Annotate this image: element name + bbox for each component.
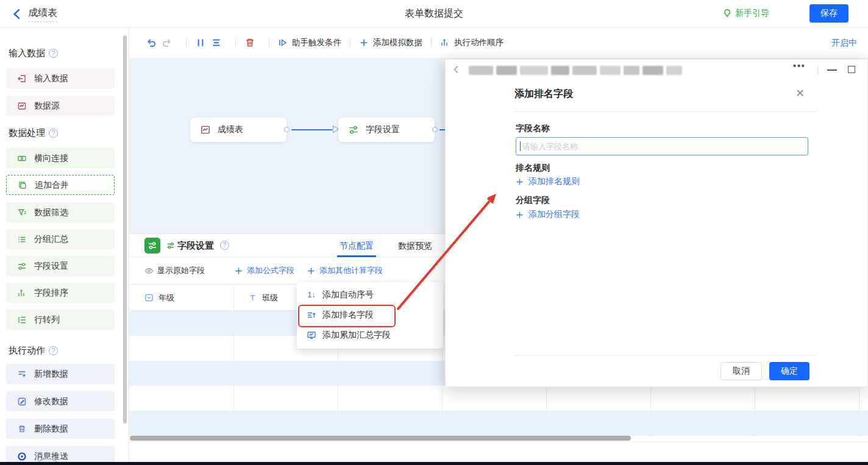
rank-field-icon: [307, 310, 316, 320]
assistant-trigger-button[interactable]: 助手触发条件: [278, 37, 341, 48]
sliders-icon: [348, 124, 359, 135]
node-field-settings[interactable]: 字段设置: [338, 118, 435, 142]
scroll-track-line: [130, 441, 868, 442]
menu-item-cumulative-sum[interactable]: 添加累加汇总字段: [297, 325, 443, 345]
menu-item-rank-field[interactable]: 添加排名字段: [297, 305, 443, 325]
tab-node-config[interactable]: 节点配置: [340, 234, 374, 257]
rank-rule-label: 排名规则: [516, 163, 550, 174]
distribute-icon[interactable]: [195, 37, 206, 48]
node-output-port[interactable]: [432, 127, 438, 132]
trash-icon: [17, 424, 27, 434]
action-order-icon: [440, 38, 450, 48]
canvas-toolbar: 助手触发条件 添加模拟数据 执行动作顺序 开启中: [130, 27, 868, 58]
toolbar-divider: [431, 38, 432, 48]
group-field-label: 分组字段: [516, 195, 550, 206]
sidebar-item-row-to-column[interactable]: 行转列: [6, 310, 115, 330]
add-data-icon: [17, 369, 27, 379]
window-bar-divider: [817, 65, 818, 74]
connector-edge: [291, 129, 332, 130]
redacted-window-title: [469, 66, 682, 75]
sidebar-scrollbar[interactable]: [123, 35, 127, 424]
horizontal-scrollbar[interactable]: [130, 436, 631, 441]
sidebar-item-data-filter[interactable]: 数据筛选: [6, 202, 115, 222]
group-summary-icon: [17, 235, 27, 244]
sidebar-item-input-data[interactable]: 输入数据: [6, 68, 115, 88]
sidebar-item-horizontal-join[interactable]: 横向连接: [6, 148, 115, 168]
dialog-window-bar: •••: [446, 60, 867, 80]
column-header-grade[interactable]: 年级: [130, 285, 233, 311]
screen-bottom-strip: [0, 462, 868, 465]
add-mock-data-button[interactable]: 添加模拟数据: [359, 37, 422, 48]
toolbar-divider: [186, 38, 187, 48]
add-rank-rule-link[interactable]: 添加排名规则: [516, 176, 580, 187]
table-row: [130, 411, 868, 436]
toolbar-divider: [269, 38, 269, 48]
add-other-calc-field-button[interactable]: 添加其他计算字段: [307, 265, 383, 276]
column-divider: [233, 285, 234, 436]
align-icon[interactable]: [211, 37, 222, 48]
field-settings-node-icon: [144, 238, 160, 254]
cancel-button[interactable]: 取消: [720, 362, 762, 380]
redo-icon[interactable]: [162, 37, 173, 48]
sidebar-item-datasource[interactable]: 数据源: [6, 96, 115, 116]
tab-data-preview[interactable]: 数据预览: [398, 234, 432, 257]
datasource-icon: [17, 101, 27, 111]
window-maximize-icon[interactable]: [848, 66, 855, 73]
delete-node-icon[interactable]: [244, 37, 255, 48]
window-minimize-icon[interactable]: [827, 69, 837, 71]
toolbar-divider: [350, 38, 350, 48]
dialog-close-icon[interactable]: ✕: [795, 87, 805, 100]
auto-number-icon: 1↓: [307, 290, 316, 299]
eye-icon: [144, 266, 154, 275]
select-type-icon: [144, 293, 154, 302]
action-order-button[interactable]: 执行动作顺序: [440, 37, 503, 48]
add-group-field-link[interactable]: 添加分组字段: [516, 209, 580, 220]
help-icon[interactable]: ?: [49, 346, 58, 355]
plus-icon: [359, 38, 369, 48]
window-more-icon[interactable]: •••: [793, 61, 806, 71]
sidebar-item-modify-data[interactable]: 修改数据: [6, 391, 115, 411]
sidebar-item-field-settings[interactable]: 字段设置: [6, 256, 115, 276]
plus-icon: [234, 266, 243, 275]
sidebar-item-field-sort[interactable]: 字段排序: [6, 283, 115, 303]
confirm-button[interactable]: 确定: [769, 362, 809, 380]
datasource-icon: [200, 124, 211, 135]
add-calc-field-menu: 1↓ 添加自动序号 添加排名字段 添加累加汇总字段: [297, 282, 443, 349]
node-output-port[interactable]: [284, 127, 290, 132]
beginner-guide-button[interactable]: 新手引导: [722, 8, 769, 19]
sidebar-item-group-summary[interactable]: 分组汇总: [6, 229, 115, 249]
save-button[interactable]: 保存: [809, 4, 848, 23]
dialog-title: 添加排名字段: [514, 88, 573, 101]
sidebar-item-add-data[interactable]: 新增数据: [6, 364, 115, 384]
trigger-icon: [278, 38, 288, 48]
dialog-divider: [514, 112, 817, 112]
status-enabled[interactable]: 开启中: [831, 27, 857, 58]
help-icon[interactable]: ?: [49, 49, 58, 58]
show-original-fields-button[interactable]: 显示原始字段: [144, 265, 205, 276]
field-name-input[interactable]: [516, 137, 808, 155]
sliders-mini-icon: [166, 241, 175, 250]
horizontal-join-icon: [17, 154, 27, 163]
sidebar-item-append-merge[interactable]: 追加合并: [6, 175, 115, 195]
window-back-icon[interactable]: [452, 65, 461, 74]
bulb-icon: [722, 9, 732, 18]
add-formula-field-button[interactable]: 添加公式字段: [234, 265, 294, 276]
node-grade-table[interactable]: 成绩表: [190, 118, 286, 142]
section-data-processing: 数据处理?: [9, 127, 58, 139]
add-rank-field-dialog: ••• 添加排名字段 ✕ 字段名称 排名规则 添加排名规则 分组字段 添加分组字…: [445, 59, 868, 387]
import-icon: [17, 74, 27, 83]
help-icon[interactable]: ?: [220, 241, 229, 250]
menu-item-auto-number[interactable]: 1↓ 添加自动序号: [297, 285, 443, 305]
message-push-icon: [17, 452, 27, 461]
sidebar-item-delete-data[interactable]: 删除数据: [6, 419, 115, 439]
help-icon[interactable]: ?: [49, 129, 58, 138]
edit-icon: [17, 397, 27, 406]
plus-icon: [516, 178, 524, 186]
section-input-data: 输入数据?: [9, 48, 58, 59]
undo-icon[interactable]: [146, 37, 157, 48]
left-sidebar: 输入数据? 输入数据 数据源 数据处理? 横向连接 追加合并 数据筛选 分组汇总…: [0, 27, 129, 465]
text-type-icon: [248, 293, 257, 302]
table-row: [130, 386, 868, 411]
text-caret: [520, 141, 521, 151]
panel-title: 字段设置: [177, 234, 214, 257]
